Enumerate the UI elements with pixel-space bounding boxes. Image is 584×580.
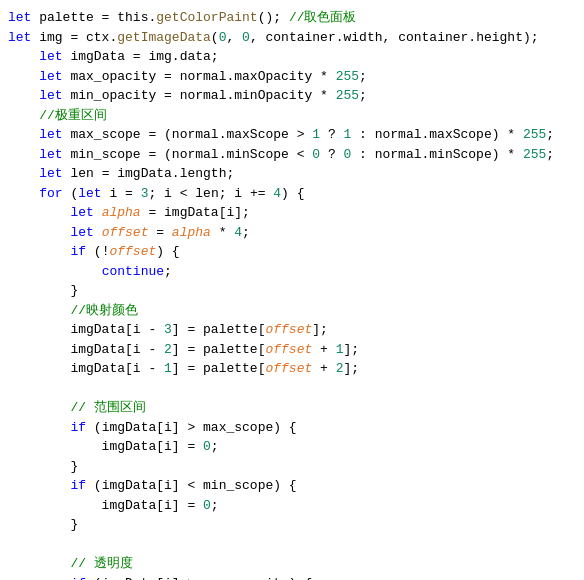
highlighted-offset: offset <box>102 225 149 240</box>
code-line-14: continue; <box>0 262 584 282</box>
code-line-27: } <box>0 515 584 535</box>
code-line-6: //极重区间 <box>0 106 584 126</box>
code-line-22: if (imgData[i] > max_scope) { <box>0 418 584 438</box>
keyword: let <box>70 225 93 240</box>
keyword: let <box>8 30 31 45</box>
code-line-19: imgData[i - 1] = palette[offset + 2]; <box>0 359 584 379</box>
highlighted-offset: offset <box>109 244 156 259</box>
keyword: let <box>39 166 62 181</box>
code-line-10: for (let i = 3; i < len; i += 4) { <box>0 184 584 204</box>
comment: // 范围区间 <box>70 400 145 415</box>
code-line-12: let offset = alpha * 4; <box>0 223 584 243</box>
highlighted-alpha: alpha <box>172 225 211 240</box>
keyword: let <box>39 147 62 162</box>
keyword: if <box>70 576 86 581</box>
code-line-26: imgData[i] = 0; <box>0 496 584 516</box>
code-line-13: if (!offset) { <box>0 242 584 262</box>
keyword: for <box>39 186 62 201</box>
comment: //极重区间 <box>39 108 107 123</box>
code-line-17: imgData[i - 3] = palette[offset]; <box>0 320 584 340</box>
keyword: if <box>70 244 86 259</box>
function-name: getImageData <box>117 30 211 45</box>
keyword: let <box>39 88 62 103</box>
code-line-3: let imgData = img.data; <box>0 47 584 67</box>
keyword: let <box>39 127 62 142</box>
code-line-11: let alpha = imgData[i]; <box>0 203 584 223</box>
code-line-21: // 范围区间 <box>0 398 584 418</box>
highlighted-alpha: alpha <box>102 205 141 220</box>
highlighted-offset: offset <box>265 322 312 337</box>
code-line-4: let max_opacity = normal.maxOpacity * 25… <box>0 67 584 87</box>
code-line-25: if (imgData[i] < min_scope) { <box>0 476 584 496</box>
keyword: continue <box>102 264 164 279</box>
code-line-8: let min_scope = (normal.minScope < 0 ? 0… <box>0 145 584 165</box>
keyword: let <box>39 49 62 64</box>
comment: //映射颜色 <box>70 303 138 318</box>
keyword: let <box>70 205 93 220</box>
code-line-5: let min_opacity = normal.minOpacity * 25… <box>0 86 584 106</box>
comment: //取色面板 <box>289 10 357 25</box>
code-line-29: // 透明度 <box>0 554 584 574</box>
code-editor: let palette = this.getColorPaint(); //取色… <box>0 0 584 580</box>
keyword: let <box>8 10 31 25</box>
code-line-30: if (imgData[i] > max_opacity) { <box>0 574 584 581</box>
code-line-28 <box>0 535 584 555</box>
code-line-9: let len = imgData.length; <box>0 164 584 184</box>
code-line-1: let palette = this.getColorPaint(); //取色… <box>0 8 584 28</box>
highlighted-offset: offset <box>265 342 312 357</box>
code-line-7: let max_scope = (normal.maxScope > 1 ? 1… <box>0 125 584 145</box>
code-line-2: let img = ctx.getImageData(0, 0, contain… <box>0 28 584 48</box>
function-name: getColorPaint <box>156 10 257 25</box>
code-line-16: //映射颜色 <box>0 301 584 321</box>
comment: // 透明度 <box>70 556 132 571</box>
code-line-18: imgData[i - 2] = palette[offset + 1]; <box>0 340 584 360</box>
code-line-15: } <box>0 281 584 301</box>
keyword: if <box>70 420 86 435</box>
code-line-24: } <box>0 457 584 477</box>
code-line-23: imgData[i] = 0; <box>0 437 584 457</box>
keyword: let <box>39 69 62 84</box>
highlighted-offset: offset <box>265 361 312 376</box>
code-line-20 <box>0 379 584 399</box>
keyword: if <box>70 478 86 493</box>
keyword: let <box>78 186 101 201</box>
